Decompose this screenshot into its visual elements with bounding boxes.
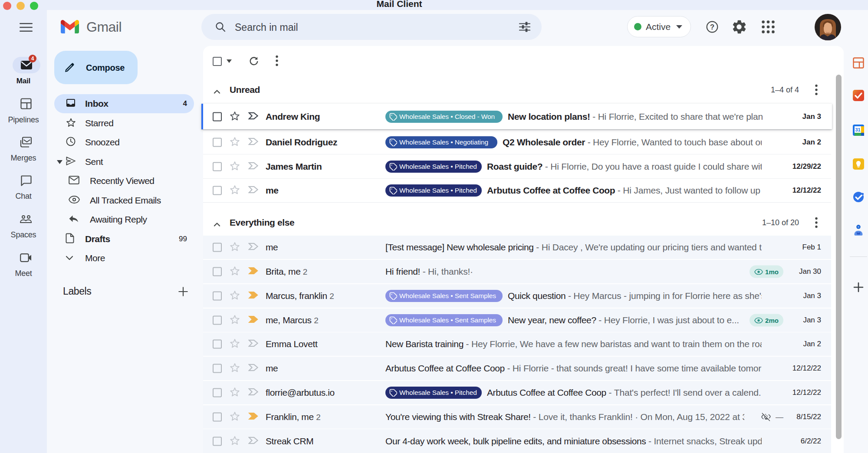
- svg-text:31: 31: [855, 127, 860, 132]
- svg-text:?: ?: [710, 23, 714, 31]
